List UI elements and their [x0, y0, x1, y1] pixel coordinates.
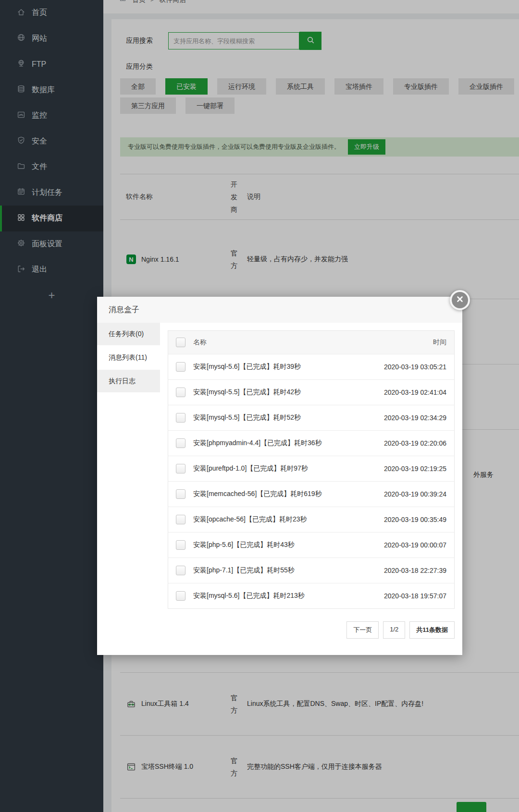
- next-page-button[interactable]: 下一页: [346, 621, 379, 639]
- modal-tab[interactable]: 任务列表(0): [97, 323, 160, 345]
- select-all-checkbox[interactable]: [176, 338, 185, 347]
- message-row[interactable]: 安装[pureftpd-1.0]【已完成】耗时97秒 2020-03-19 02…: [168, 456, 454, 481]
- message-row[interactable]: 安装[phpmyadmin-4.4]【已完成】耗时36秒 2020-03-19 …: [168, 430, 454, 456]
- col-message-name: 名称: [193, 338, 207, 347]
- message-row[interactable]: 安装[mysql-5.5]【已完成】耗时42秒 2020-03-19 02:41…: [168, 379, 454, 405]
- message-name: 安装[php-7.1]【已完成】耗时55秒: [193, 566, 295, 575]
- message-name: 安装[phpmyadmin-4.4]【已完成】耗时36秒: [193, 439, 322, 448]
- message-name: 安装[pureftpd-1.0]【已完成】耗时97秒: [193, 464, 308, 473]
- row-checkbox[interactable]: [176, 591, 185, 601]
- row-checkbox[interactable]: [176, 464, 185, 473]
- message-time: 2020-03-19 03:05:21: [384, 363, 446, 371]
- modal-tab[interactable]: 执行日志: [97, 370, 160, 392]
- message-row[interactable]: 安装[mysql-5.5]【已完成】耗时52秒 2020-03-19 02:34…: [168, 405, 454, 430]
- message-name: 安装[mysql-5.5]【已完成】耗时42秒: [193, 388, 301, 397]
- message-name: 安装[memcached-56]【已完成】耗时619秒: [193, 490, 322, 498]
- message-time: 2020-03-19 02:19:25: [384, 465, 446, 473]
- modal-body: 任务列表(0) 消息列表(11) 执行日志 名称 时间 安装[: [97, 323, 462, 655]
- message-row[interactable]: 安装[opcache-56]【已完成】耗时23秒 2020-03-19 00:3…: [168, 507, 454, 532]
- message-table: 名称 时间 安装[mysql-5.6]【已完成】耗时39秒 2020-03-19…: [168, 330, 455, 609]
- row-checkbox[interactable]: [176, 540, 185, 550]
- message-table-header: 名称 时间: [168, 331, 454, 354]
- message-time: 2020-03-19 00:00:07: [384, 541, 446, 549]
- message-row[interactable]: 安装[mysql-5.6]【已完成】耗时39秒 2020-03-19 03:05…: [168, 354, 454, 379]
- row-checkbox[interactable]: [176, 362, 185, 372]
- message-row[interactable]: 安装[mysql-5.6]【已完成】耗时213秒 2020-03-18 19:5…: [168, 583, 454, 608]
- message-name: 安装[opcache-56]【已完成】耗时23秒: [193, 515, 307, 524]
- message-row[interactable]: 安装[memcached-56]【已完成】耗时619秒 2020-03-19 0…: [168, 481, 454, 507]
- message-row[interactable]: 安装[php-7.1]【已完成】耗时55秒 2020-03-18 22:27:3…: [168, 557, 454, 583]
- message-time: 2020-03-18 22:27:39: [384, 567, 446, 574]
- row-checkbox[interactable]: [176, 388, 185, 397]
- modal-pagination: 下一页 1/2 共11条数据: [168, 621, 455, 639]
- message-time: 2020-03-19 02:34:29: [384, 414, 446, 422]
- modal-close-button[interactable]: [450, 290, 470, 310]
- row-checkbox[interactable]: [176, 413, 185, 423]
- message-name: 安装[mysql-5.6]【已完成】耗时39秒: [193, 363, 301, 371]
- col-message-time: 时间: [433, 338, 446, 347]
- modal-tabs: 任务列表(0) 消息列表(11) 执行日志: [97, 323, 160, 393]
- message-name: 安装[mysql-5.6]【已完成】耗时213秒: [193, 592, 305, 600]
- message-rows: 安装[mysql-5.6]【已完成】耗时39秒 2020-03-19 03:05…: [168, 354, 454, 608]
- close-icon: [457, 296, 463, 304]
- row-checkbox[interactable]: [176, 515, 185, 524]
- row-checkbox[interactable]: [176, 489, 185, 499]
- message-time: 2020-03-19 00:39:24: [384, 490, 446, 498]
- message-time: 2020-03-19 00:35:49: [384, 516, 446, 523]
- row-checkbox[interactable]: [176, 566, 185, 575]
- message-name: 安装[php-5.6]【已完成】耗时43秒: [193, 541, 295, 549]
- total-count: 共11条数据: [409, 621, 455, 639]
- modal-tab[interactable]: 消息列表(11): [97, 346, 160, 369]
- message-row[interactable]: 安装[php-5.6]【已完成】耗时43秒 2020-03-19 00:00:0…: [168, 532, 454, 557]
- message-box-modal: 消息盒子 任务列表(0) 消息列表(11) 执行日志 名称 时间: [97, 297, 462, 655]
- modal-content: 名称 时间 安装[mysql-5.6]【已完成】耗时39秒 2020-03-19…: [160, 323, 462, 655]
- page-indicator[interactable]: 1/2: [383, 621, 405, 639]
- modal-title: 消息盒子: [97, 297, 462, 323]
- row-checkbox[interactable]: [176, 438, 185, 448]
- message-time: 2020-03-19 02:41:04: [384, 388, 446, 396]
- message-name: 安装[mysql-5.5]【已完成】耗时52秒: [193, 413, 301, 422]
- message-time: 2020-03-19 02:20:06: [384, 439, 446, 447]
- message-time: 2020-03-18 19:57:07: [384, 592, 446, 600]
